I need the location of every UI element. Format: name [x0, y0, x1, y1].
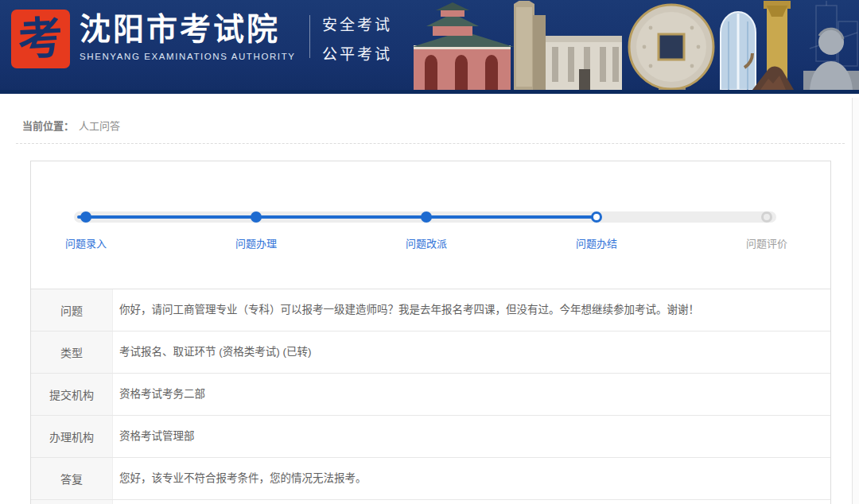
row-value: 资格考试管理部 [113, 428, 830, 444]
step-dot-3 [421, 211, 432, 223]
header-divider [309, 15, 310, 58]
slogan: 安全考试 公平考试 [322, 10, 392, 69]
breadcrumb-current[interactable]: 人工问答 [79, 120, 120, 132]
table-row-next-partial [31, 500, 830, 504]
table-row-question: 问题 你好，请问工商管理专业（专科）可以报考一级建造师吗？我是去年报名考四课，但… [31, 289, 830, 331]
seal-logo-icon[interactable]: 考 [11, 10, 70, 68]
table-row-handle-org: 办理机构 资格考试管理部 [31, 416, 830, 458]
temple-shape [412, 2, 514, 90]
statue-shape [803, 29, 859, 90]
table-row-type: 类型 考试报名、取证环节 (资格类考试) (已转) [31, 331, 830, 374]
stepper-progress-line [77, 215, 600, 219]
breadcrumb-prefix: 当前位置： [22, 120, 74, 132]
glass-tower-shape [721, 12, 756, 90]
table-row-submit-org: 提交机构 资格考试考务二部 [31, 374, 830, 416]
skyscraper-shape [514, 1, 546, 90]
step-label-2[interactable]: 问题办理 [208, 235, 304, 250]
qa-detail-panel: 问题录入 问题办理 问题改派 问题办结 问题评价 问题 你好，请问工商管理专业（… [30, 161, 831, 504]
table-row-reply: 答复 您好，该专业不符合报考条件，您的情况无法报考。 [31, 458, 830, 500]
coin-building-shape [629, 5, 713, 90]
dashed-divider [16, 143, 845, 144]
monument-shape [752, 1, 794, 90]
site-subtitle: SHENYANG EXAMINATIONS AUTHORITY [80, 52, 296, 61]
step-label-5[interactable]: 问题评价 [719, 235, 814, 250]
row-label: 类型 [31, 331, 113, 373]
row-value: 考试报名、取证环节 (资格类考试) (已转) [113, 344, 830, 360]
row-value: 您好，该专业不符合报考条件，您的情况无法报考。 [113, 471, 830, 487]
step-dot-1 [80, 211, 91, 223]
row-label: 问题 [31, 289, 113, 331]
slogan-line-1: 安全考试 [322, 10, 392, 40]
landmarks-collage-image [412, 1, 859, 90]
page: 考 沈阳市考试院 SHENYANG EXAMINATIONS AUTHORITY… [0, 0, 859, 504]
step-dot-2 [251, 211, 262, 223]
qa-detail-table: 问题 你好，请问工商管理专业（专科）可以报考一级建造师吗？我是去年报名考四课，但… [31, 289, 830, 504]
step-dot-5 [761, 211, 772, 223]
row-label: 提交机构 [31, 374, 113, 415]
slogan-line-2: 公平考试 [322, 40, 392, 69]
step-dot-4 [591, 211, 602, 223]
row-value: 资格考试考务二部 [113, 386, 830, 402]
breadcrumb: 当前位置：人工问答 [0, 94, 859, 133]
site-title-block[interactable]: 沈阳市考试院 SHENYANG EXAMINATIONS AUTHORITY [80, 13, 296, 61]
classical-building-shape [546, 36, 622, 90]
site-header: 考 沈阳市考试院 SHENYANG EXAMINATIONS AUTHORITY… [0, 0, 859, 94]
row-value: 你好，请问工商管理专业（专科）可以报考一级建造师吗？我是去年报名考四课，但没有过… [113, 302, 830, 318]
site-title: 沈阳市考试院 [80, 13, 296, 47]
step-label-4[interactable]: 问题办结 [549, 235, 644, 250]
step-label-1[interactable]: 问题录入 [38, 235, 134, 250]
scrollbar[interactable] [852, 98, 859, 504]
step-label-3[interactable]: 问题改派 [379, 235, 474, 250]
seal-character: 考 [17, 16, 64, 63]
row-label: 办理机构 [31, 416, 113, 457]
progress-stepper: 问题录入 问题办理 问题改派 问题办结 问题评价 [31, 161, 830, 289]
row-label: 答复 [31, 458, 113, 499]
